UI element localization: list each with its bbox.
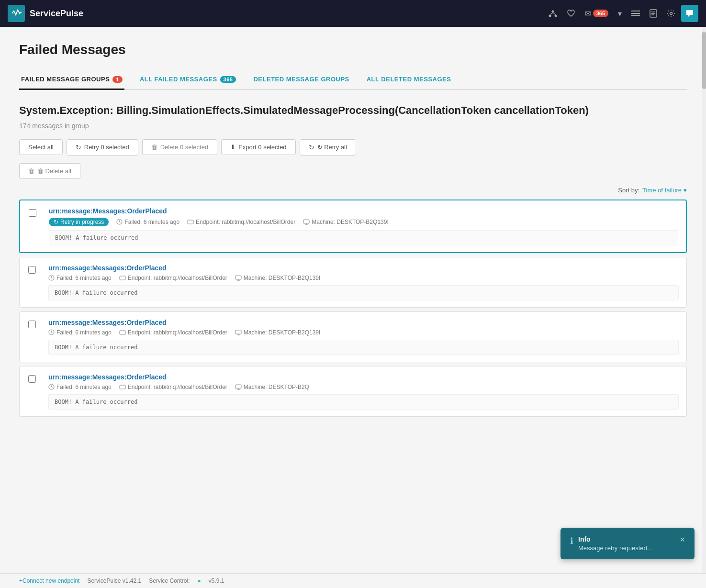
retry-all-label: ↻ Retry all xyxy=(317,144,347,151)
message-2-urn[interactable]: urn:message:Messages:OrderPlaced xyxy=(48,264,679,272)
footer-version: ServicePulse v1.42.1 xyxy=(87,577,141,584)
main-content: Failed Messages FAILED MESSAGE GROUPS 1 … xyxy=(0,27,706,588)
connect-endpoint-link[interactable]: +Connect new endpoint xyxy=(19,577,79,584)
message-4-checkbox[interactable] xyxy=(28,375,36,383)
delete-all-button[interactable]: 🗑 🗑 Delete all xyxy=(19,163,80,179)
footer-service-control-version: v5.9.1 xyxy=(209,577,224,584)
notifications-btn[interactable]: ✉ 365 xyxy=(581,6,612,21)
clock-icon xyxy=(116,219,123,225)
export-selected-icon: ⬇ xyxy=(230,144,235,151)
sort-chevron-icon: ▾ xyxy=(684,187,687,194)
message-1-machine: Machine: DESKTOP-B2Q139I xyxy=(303,219,389,225)
message-4-meta: Failed: 6 minutes ago Endpoint: rabbitmq… xyxy=(48,384,679,390)
svg-rect-38 xyxy=(235,385,241,388)
select-all-label: Select all xyxy=(28,144,54,151)
retry-badge-icon: ↻ xyxy=(54,219,58,225)
toast-close-button[interactable]: × xyxy=(680,535,685,544)
svg-point-12 xyxy=(670,12,672,15)
export-selected-button[interactable]: ⬇ Export 0 selected xyxy=(221,139,295,155)
info-icon: ℹ xyxy=(570,536,573,546)
retry-in-progress-badge: ↻ Retry in progress xyxy=(49,218,109,226)
message-1-failed-time: Failed: 6 minutes ago xyxy=(116,219,179,225)
delete-all-icon: 🗑 xyxy=(28,167,34,175)
sort-value[interactable]: Time of failure ▾ xyxy=(642,187,687,194)
toast-title: Info xyxy=(578,535,675,543)
svg-rect-7 xyxy=(631,15,640,16)
svg-point-2 xyxy=(554,15,557,17)
message-1-meta: ↻ Retry in progress Failed: 6 minutes ag… xyxy=(49,218,678,226)
message-1-endpoint: Endpoint: rabbitmq://localhost/BillOrder xyxy=(187,219,295,225)
svg-rect-31 xyxy=(235,330,241,334)
delete-selected-button[interactable]: 🗑 Delete 0 selected xyxy=(142,139,217,155)
table-row: urn:message:Messages:OrderPlaced Failed:… xyxy=(19,257,687,308)
message-2-endpoint: Endpoint: rabbitmq://localhost/BillOrder xyxy=(119,275,227,281)
message-1-checkbox[interactable] xyxy=(29,209,36,217)
svg-rect-6 xyxy=(631,13,640,14)
retry-all-button[interactable]: ↻ ↻ Retry all xyxy=(300,139,356,155)
tab-deleted-groups[interactable]: DELETED MESSAGE GROUPS xyxy=(251,70,351,90)
sort-value-text: Time of failure xyxy=(642,187,682,194)
scrollbar[interactable] xyxy=(702,27,706,588)
app-name: ServicePulse xyxy=(30,9,83,19)
tab-failed-groups-badge: 1 xyxy=(112,76,123,83)
tab-deleted-groups-label: DELETED MESSAGE GROUPS xyxy=(253,76,349,83)
message-1-error: BOOM! A failure occurred xyxy=(49,230,678,245)
select-all-button[interactable]: Select all xyxy=(19,139,63,155)
menu-icon-btn[interactable] xyxy=(628,5,644,22)
toolbar-row-2: 🗑 🗑 Delete all xyxy=(19,163,687,179)
svg-rect-14 xyxy=(188,220,193,224)
delete-selected-icon: 🗑 xyxy=(151,144,157,151)
tab-all-failed-label: ALL FAILED MESSAGES xyxy=(140,76,217,83)
tab-all-deleted-label: ALL DELETED MESSAGES xyxy=(367,76,451,83)
svg-point-0 xyxy=(551,11,554,13)
endpoint-icon xyxy=(187,219,194,225)
retry-selected-button[interactable]: ↻ Retry 0 selected xyxy=(67,139,138,155)
chat-icon-btn[interactable] xyxy=(681,5,698,22)
table-row: urn:message:Messages:OrderPlaced ↻ Retry… xyxy=(19,200,687,253)
dropdown-btn[interactable]: ▾ xyxy=(614,5,626,22)
message-list: urn:message:Messages:OrderPlaced ↻ Retry… xyxy=(19,200,687,417)
machine-icon xyxy=(303,219,310,225)
tab-all-deleted[interactable]: ALL DELETED MESSAGES xyxy=(365,70,453,90)
message-3-error: BOOM! A failure occurred xyxy=(48,340,679,355)
endpoint-icon xyxy=(119,384,126,390)
message-3-machine: Machine: DESKTOP-B2Q139I xyxy=(235,329,321,336)
app-logo: ServicePulse xyxy=(8,5,539,22)
svg-point-1 xyxy=(549,15,551,17)
document-icon-btn[interactable] xyxy=(646,5,661,22)
tab-all-failed[interactable]: ALL FAILED MESSAGES 365 xyxy=(138,70,238,90)
clock-icon xyxy=(48,384,55,390)
svg-line-3 xyxy=(550,13,553,15)
message-3-meta: Failed: 6 minutes ago Endpoint: rabbitmq… xyxy=(48,329,679,336)
retry-selected-label: Retry 0 selected xyxy=(84,144,129,151)
export-selected-label: Export 0 selected xyxy=(238,144,286,151)
chevron-down-icon: ▾ xyxy=(618,9,622,18)
message-2-machine: Machine: DESKTOP-B2Q139I xyxy=(235,275,321,281)
message-2-checkbox[interactable] xyxy=(28,266,36,274)
message-2-failed-time: Failed: 6 minutes ago xyxy=(48,275,112,281)
toast-notification: ℹ Info Message retry requested... × xyxy=(560,528,695,559)
message-1-urn[interactable]: urn:message:Messages:OrderPlaced xyxy=(49,207,678,215)
page-title: Failed Messages xyxy=(19,42,687,57)
scrollbar-thumb[interactable] xyxy=(702,32,706,89)
email-icon: ✉ xyxy=(585,9,591,18)
svg-rect-24 xyxy=(235,276,241,279)
svg-rect-21 xyxy=(120,276,125,280)
tab-failed-groups[interactable]: FAILED MESSAGE GROUPS 1 xyxy=(19,70,124,90)
message-3-checkbox[interactable] xyxy=(28,321,36,328)
endpoint-icon xyxy=(119,330,126,335)
message-4-failed-time: Failed: 6 minutes ago xyxy=(48,384,112,390)
svg-rect-17 xyxy=(303,220,309,223)
heartbeat-icon-btn[interactable] xyxy=(563,5,579,22)
endpoints-icon-btn[interactable] xyxy=(545,5,561,22)
message-3-urn[interactable]: urn:message:Messages:OrderPlaced xyxy=(48,319,679,326)
message-4-urn[interactable]: urn:message:Messages:OrderPlaced xyxy=(48,373,679,381)
footer-status-dot: ● xyxy=(198,577,201,584)
footer: +Connect new endpoint ServicePulse v1.42… xyxy=(0,573,706,588)
message-4-error: BOOM! A failure occurred xyxy=(48,394,679,410)
settings-icon-btn[interactable] xyxy=(663,5,679,22)
message-4-endpoint: Endpoint: rabbitmq://localhost/BillOrder xyxy=(119,384,227,390)
table-row: urn:message:Messages:OrderPlaced Failed:… xyxy=(19,311,687,362)
footer-service-control-label: Service Control: xyxy=(149,577,190,584)
svg-line-4 xyxy=(553,13,556,15)
